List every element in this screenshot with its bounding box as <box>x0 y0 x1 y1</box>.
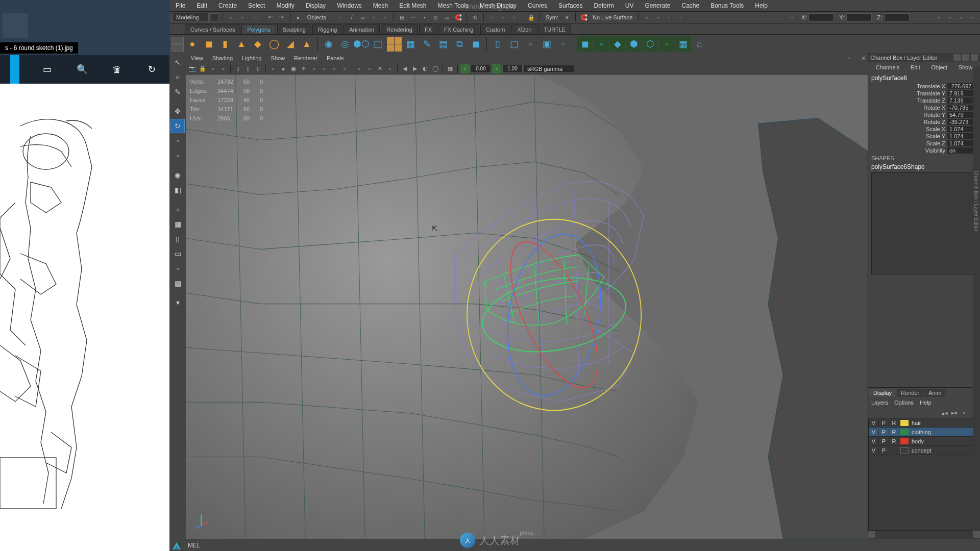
live-obj-icon[interactable]: 🧲 <box>454 13 463 22</box>
color-space-dropdown[interactable]: sRGB gamma <box>524 65 574 73</box>
snap-grid-icon[interactable]: ⊞ <box>398 13 407 22</box>
layer-row[interactable]: VPRclothing <box>869 428 979 437</box>
cm-toggle2-icon[interactable]: ▫ <box>492 64 501 73</box>
menu-cache[interactable]: Cache <box>679 1 701 10</box>
coord-z-input[interactable] <box>884 13 910 21</box>
menu-edit-mesh[interactable]: Edit Mesh <box>397 1 428 10</box>
selection-mode-objects[interactable]: Objects <box>305 14 328 21</box>
layer-row[interactable]: VPRbody <box>869 437 979 446</box>
layout-4pane-icon[interactable]: ▦ <box>170 217 185 231</box>
new-scene-icon[interactable]: ▫ <box>227 13 236 22</box>
menu-help[interactable]: Help <box>753 1 770 10</box>
toggle-pane-2-icon[interactable]: ▫ <box>653 13 663 22</box>
layout-2h-icon[interactable]: ▭ <box>170 246 185 261</box>
layer-toggle[interactable]: P <box>879 447 889 454</box>
panel-tear-off-icon[interactable]: ▫ <box>844 54 853 63</box>
ipr-render-icon[interactable]: ▫ <box>499 13 508 22</box>
shading-motion-icon[interactable]: ▫ <box>340 64 349 73</box>
menu-mesh-tools[interactable]: Mesh Tools <box>436 1 471 10</box>
render-settings-icon[interactable]: ▫ <box>510 13 519 22</box>
shelf-tab-xgen[interactable]: XGen <box>511 24 537 34</box>
layer-color-swatch[interactable] <box>900 447 909 454</box>
maya-logo-icon[interactable] <box>169 539 184 552</box>
layer-move-down-icon[interactable]: ▸▾ <box>950 409 959 417</box>
select-face-icon[interactable]: ▱ <box>358 13 368 22</box>
poly-torus-icon[interactable]: ◯ <box>266 36 282 52</box>
select-edge-icon[interactable]: / <box>347 13 356 22</box>
safe-action-icon[interactable]: ▯ <box>254 64 263 73</box>
search-icon[interactable]: 🔍 <box>75 62 89 77</box>
symmetry-icon[interactable]: ◧ <box>170 183 185 197</box>
bookmarks-icon[interactable]: ▫ <box>208 64 217 73</box>
command-language-label[interactable]: MEL <box>184 542 205 549</box>
shading-aa-icon[interactable]: ▫ <box>330 64 339 73</box>
polygon-count-icon[interactable]: ▫ <box>385 64 395 73</box>
shading-wire-icon[interactable]: ▫ <box>268 64 278 73</box>
panel-menu-shading[interactable]: Shading <box>210 55 235 62</box>
layer-scroll-right-icon[interactable] <box>973 531 980 538</box>
custom-shelf-icon[interactable]: ⌂ <box>692 36 707 52</box>
menu-mesh-display[interactable]: Mesh Display <box>478 1 519 10</box>
layer-row[interactable]: VPRhair <box>869 418 979 428</box>
layer-toggle[interactable]: V <box>869 420 879 426</box>
panel-menu-lighting[interactable]: Lighting <box>240 55 264 62</box>
shelf-tab-fx[interactable]: FX <box>419 24 437 34</box>
layer-menu-help[interactable]: Help <box>920 399 932 406</box>
layer-new-icon[interactable]: ▫ <box>960 409 968 417</box>
select-vert-icon[interactable]: ◦ <box>336 13 345 22</box>
scale-tool-icon[interactable]: ▫ <box>170 134 185 148</box>
workspace-selector[interactable]: Modeling <box>173 13 209 22</box>
poly-target-weld-icon[interactable]: ▢ <box>506 36 522 52</box>
toggle-pane-4-icon[interactable]: ▫ <box>676 13 685 22</box>
panel-menu-panels[interactable]: Panels <box>325 55 346 62</box>
menu-edit[interactable]: Edit <box>194 1 209 10</box>
poly-sphere-icon[interactable]: ● <box>185 36 200 52</box>
select-multi-icon[interactable]: ▫ <box>381 13 390 22</box>
shelf-tab-curves[interactable]: Curves / Surfaces <box>185 24 240 34</box>
bool-op7-icon[interactable]: ▦ <box>675 36 691 52</box>
shading-texture-icon[interactable]: ▣ <box>289 64 298 73</box>
menu-uv[interactable]: UV <box>623 1 636 10</box>
chat-icon[interactable]: ▭ <box>40 62 55 77</box>
channel-object-name[interactable]: polySurface6 <box>871 73 977 83</box>
poly-type-icon[interactable]: ◉ <box>321 36 336 52</box>
last-tool-icon[interactable]: ▫ <box>170 148 185 163</box>
layer-name[interactable]: clothing <box>910 429 931 435</box>
shelf-tab-fxcaching[interactable]: FX Caching <box>438 24 479 34</box>
toggle-pane-3-icon[interactable]: ▫ <box>665 13 674 22</box>
taskbar-app-icon[interactable] <box>3 13 28 38</box>
gamma-in-input[interactable] <box>471 65 491 73</box>
panel-menu-view[interactable]: View <box>189 55 205 62</box>
channel-menu-channels[interactable]: Channels <box>876 64 899 70</box>
panel-minimize-icon[interactable] <box>953 54 961 61</box>
symmetry-toggle[interactable]: ▾ <box>562 13 572 22</box>
film-gate-icon[interactable]: ▯ <box>243 64 253 73</box>
poly-separate-icon[interactable]: ◫ <box>370 36 385 52</box>
rotate-tool-icon[interactable]: ↻ <box>170 119 185 133</box>
gamma-reset-icon[interactable]: ◯ <box>431 64 440 73</box>
no-live-surface[interactable]: No Live Surface <box>591 14 634 21</box>
undo-icon[interactable]: ↶ <box>266 13 275 22</box>
panel-menu-show[interactable]: Show <box>269 55 287 62</box>
layout-1pane-icon[interactable]: ▫ <box>170 202 185 216</box>
layer-toggle[interactable]: R <box>889 429 899 435</box>
coord-x-input[interactable] <box>808 13 834 21</box>
layer-color-swatch[interactable] <box>900 429 909 435</box>
layer-toggle[interactable]: P <box>879 438 889 444</box>
menu-bonus-tools[interactable]: Bonus Tools <box>708 1 746 10</box>
side-panel-handle[interactable]: Channel Box / Layer Editor <box>973 66 980 531</box>
render-frame-icon[interactable]: ▫ <box>487 13 497 22</box>
reference-tab[interactable]: s - 6 round sketch (1).jpg <box>0 42 78 54</box>
bool-union-icon[interactable]: ◼ <box>577 36 593 52</box>
layer-toggle[interactable]: V <box>869 438 879 444</box>
shelf-tab-custom[interactable]: Custom <box>480 24 511 34</box>
toolbox-collapse-icon[interactable]: ▾ <box>170 295 185 310</box>
workspace-dropdown-icon[interactable] <box>211 13 219 21</box>
viewport[interactable]: Verts:24732500Edges:34474960Faces:172284… <box>186 74 868 539</box>
shading-ao-icon[interactable]: ▫ <box>320 64 329 73</box>
shelf-nav-down[interactable] <box>172 44 184 52</box>
poly-reduce-icon[interactable]: ▦ <box>403 36 418 52</box>
paint-select-tool-icon[interactable]: ✎ <box>170 85 185 99</box>
layer-scroll-left-icon[interactable] <box>868 531 875 538</box>
shape-node-name[interactable]: polySurface6Shape <box>871 162 977 171</box>
